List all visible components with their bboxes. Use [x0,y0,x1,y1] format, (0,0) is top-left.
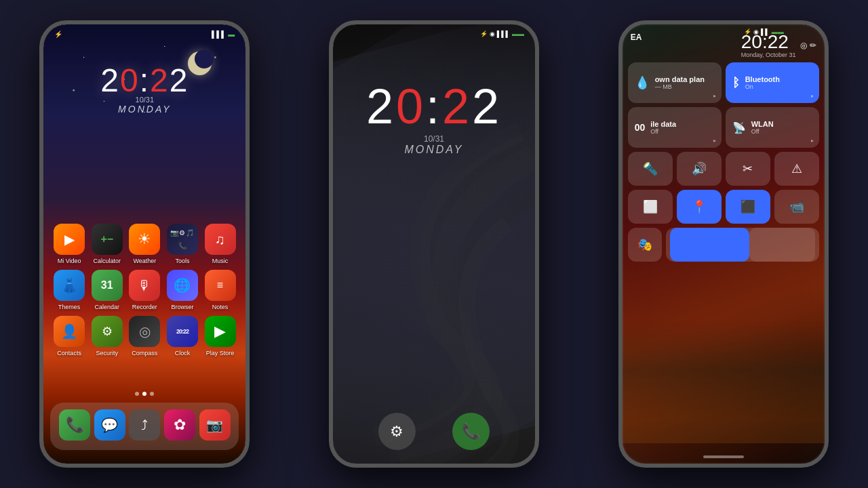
cc-brightness-fill [670,228,750,262]
music-label: Music [212,258,229,264]
phone1-status-left: ⚡ [54,30,62,38]
cc-location-toggle[interactable]: 📍 [677,190,722,224]
screen-record-icon: ⬜ [643,199,658,214]
cc-wlan-tile[interactable]: 📡 WLAN Off ▸ [726,107,819,148]
cc-data-sub: — MB [655,83,705,90]
cc-data-tile[interactable]: 💧 own data plan — MB ▸ [628,62,722,103]
phone1-hour-first: 2 [100,62,120,98]
dock-camera-icon: 📷 [199,409,231,441]
themes-label: Themes [58,304,81,310]
flashlight-icon: 🔦 [643,161,658,176]
recorder-label: Recorder [132,304,157,310]
phone2-signal-icon: ▌▌▌ [497,30,510,37]
cc-data-icon: 💧 [635,75,650,90]
cc-bluetooth-arrow: ▸ [811,93,814,99]
phone2-wifi-icon: ◉ [490,30,495,37]
cc-toggle-row-2: ⬜ 📍 ⬛ 📹 [628,190,819,224]
cc-theme-toggle[interactable]: 🎭 [628,228,662,262]
notes-label: Notes [212,304,229,310]
phone-1-screen: ⚡ ▌▌▌ ▬ 20:22 10/31 MONDAY ▶ Mi Video [43,24,245,464]
music-icon: ♫ [205,224,236,255]
play-store-icon: ▶ [205,316,236,347]
phone1-date: 10/31 [43,96,245,104]
browser-label: Browser [171,304,193,310]
cc-data-title: own data plan [655,75,705,83]
cc-scissors-toggle[interactable]: ✂ [726,152,770,186]
cc-wlan-arrow: ▸ [811,138,814,144]
cc-mobile-data-sub: Off [650,128,676,135]
theme-icon: 🎭 [637,237,652,252]
cc-bluetooth-title: Bluetooth [745,75,780,83]
dock-flower-icon: ✿ [164,409,195,441]
app-compass[interactable]: ◎ Compass [127,316,162,357]
phone1-app-row-1: ▶ Mi Video +− Calculator ☀ Weather 📷⚙🎵📞 … [50,224,239,264]
app-music[interactable]: ♫ Music [203,224,238,264]
mi-video-label: Mi Video [58,258,81,264]
app-calculator[interactable]: +− Calculator [90,224,125,264]
dock-messages[interactable]: 💬 [92,409,127,443]
cc-tiles-row-1: 💧 own data plan — MB ▸ ᛒ Bluetooth On ▸ [628,62,819,103]
app-weather[interactable]: ☀ Weather [127,224,162,264]
cc-user-label: EA [631,33,642,42]
app-calendar[interactable]: 31 Calendar [90,270,125,310]
phone1-app-row-2: 👗 Themes 31 Calendar 🎙 Recorder 🌐 Browse… [50,270,239,310]
bluetooth-icon: ⚡ [54,30,62,38]
cc-video-toggle[interactable]: 📹 [774,190,819,224]
cc-screen-record-toggle[interactable]: ⬜ [628,190,673,224]
cc-alert-toggle[interactable]: ⚠ [774,152,819,186]
app-notes[interactable]: ≡ Notes [203,270,238,310]
cc-location-icon: ◎ [800,41,807,50]
phone1-dock: 📞 💬 ⤴ ✿ 📷 [50,403,239,450]
dock-share[interactable]: ⤴ [127,409,163,443]
app-mi-video[interactable]: ▶ Mi Video [52,224,87,264]
cc-brightness-slider[interactable] [666,228,819,262]
cc-header-right: 20:22 Monday, October 31 ◎ ✏ [741,33,816,58]
dock-messages-icon: 💬 [94,409,125,441]
cc-wifi-icon: ◉ [753,28,759,35]
phone-3: EA 20:22 Monday, October 31 ◎ ✏ ⚡ ◉ ▌▌ [618,20,829,468]
phone-2: ⚡ ◉ ▌▌▌ ▬▬ 20:22 10/31 MONDAY ⚙ 📞 [329,20,539,468]
phone1-stars [43,24,245,244]
app-contacts[interactable]: 👤 Contacts [52,316,87,357]
cc-volume-toggle[interactable]: 🔊 [677,152,722,186]
cc-mobile-data-tile[interactable]: 00 ile data Off ▸ [628,107,722,148]
cc-date-display: Monday, October 31 [741,52,796,58]
dot-2 [142,392,146,396]
app-tools[interactable]: 📷⚙🎵📞 Tools [165,224,200,264]
clock-label: Clock [175,350,191,357]
cast-icon: ⬛ [741,199,755,214]
home-indicator [703,455,744,458]
cc-time-block: 20:22 Monday, October 31 [741,33,796,58]
cc-flashlight-toggle[interactable]: 🔦 [628,152,673,186]
compass-icon: ◎ [129,316,160,347]
dock-phone-icon: 📞 [59,409,90,441]
cc-slider-row: 🎭 [628,228,819,262]
app-security[interactable]: ⚙ Security [90,316,125,357]
dock-flower[interactable]: ✿ [162,409,197,443]
app-clock[interactable]: 20:22 Clock [165,316,200,357]
dock-camera[interactable]: 📷 [197,409,233,443]
alert-icon: ⚠ [791,161,802,176]
phone1-min-second: 2 [170,62,189,98]
cc-bluetooth-tile[interactable]: ᛒ Bluetooth On ▸ [726,62,819,103]
app-play-store[interactable]: ▶ Play Store [203,316,238,357]
cc-status-bar-icons: ⚡ ◉ ▌▌ ▬▬ [744,28,784,35]
dock-phone[interactable]: 📞 [57,409,92,443]
phone1-app-grid: ▶ Mi Video +− Calculator ☀ Weather 📷⚙🎵📞 … [50,224,239,362]
app-browser[interactable]: 🌐 Browser [165,270,200,310]
phone2-settings-button[interactable]: ⚙ [378,413,416,450]
phone2-min-first: 2 [442,79,472,134]
cc-bluetooth-sub: On [745,83,780,90]
play-store-label: Play Store [206,350,235,357]
app-recorder[interactable]: 🎙 Recorder [127,270,162,310]
phone2-phone-button[interactable]: 📞 [452,413,490,450]
cc-brightness-empty [749,228,814,262]
phone2-battery-icon: ▬▬ [512,30,524,37]
contacts-icon: 👤 [54,316,85,347]
app-themes[interactable]: 👗 Themes [52,270,87,310]
cc-cast-toggle[interactable]: ⬛ [726,190,770,224]
weather-icon: ☀ [129,224,160,255]
cc-mobile-data-arrow: ▸ [713,138,716,144]
video-icon: 📹 [789,199,804,214]
phone2-date: 10/31 [333,134,535,144]
